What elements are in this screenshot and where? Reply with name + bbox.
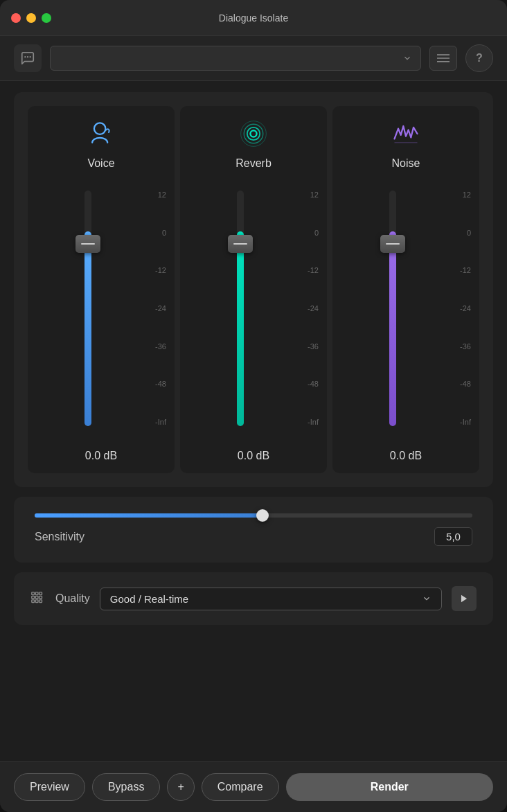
svg-rect-20: [39, 600, 42, 603]
noise-fader-handle-line: [386, 243, 400, 245]
toolbar: ?: [0, 36, 507, 81]
reverb-fader-track-area[interactable]: [188, 177, 292, 440]
bottom-bar: Preview Bypass + Compare Render: [0, 761, 507, 812]
voice-scale: 12 0 -12 -24 -36 -48 -Inf: [144, 177, 166, 440]
noise-value: 0.0 dB: [390, 450, 422, 462]
render-button[interactable]: Render: [286, 773, 493, 801]
quality-chevron-icon: [422, 594, 432, 603]
noise-fader-handle[interactable]: [380, 235, 405, 253]
sensitivity-slider-thumb[interactable]: [256, 509, 269, 522]
voice-label: Voice: [87, 157, 114, 170]
chat-icon-button[interactable]: [14, 44, 42, 72]
sensitivity-panel: Sensitivity 5,0: [14, 497, 493, 563]
bypass-button[interactable]: Bypass: [92, 773, 160, 801]
reverb-channel: Reverb 12 0 -12 -24 -36: [180, 106, 327, 473]
quality-selected-value: Good / Real-time: [110, 593, 416, 605]
main-window: Dialogue Isolate ?: [0, 0, 507, 812]
compare-button[interactable]: Compare: [202, 773, 279, 801]
sensitivity-slider-track[interactable]: [35, 513, 472, 518]
window-title: Dialogue Isolate: [219, 12, 288, 24]
svg-rect-18: [32, 600, 35, 603]
noise-label: Noise: [392, 157, 420, 170]
svg-rect-16: [35, 596, 38, 599]
quality-panel: Quality Good / Real-time: [14, 572, 493, 625]
title-bar: Dialogue Isolate: [0, 0, 507, 36]
svg-point-8: [247, 127, 260, 140]
reverb-value: 0.0 dB: [238, 450, 269, 462]
svg-rect-13: [35, 592, 38, 595]
menu-button[interactable]: [429, 46, 457, 71]
preset-dropdown[interactable]: [50, 46, 421, 71]
help-button[interactable]: ?: [465, 44, 493, 72]
sensitivity-label: Sensitivity: [35, 531, 84, 543]
sensitivity-value: 5,0: [446, 531, 461, 542]
play-icon: [459, 594, 469, 603]
voice-fader-track-area[interactable]: [36, 177, 140, 440]
voice-value: 0.0 dB: [85, 450, 117, 462]
quality-grid-icon: [30, 591, 46, 606]
plus-button[interactable]: +: [167, 773, 194, 801]
svg-point-6: [94, 123, 106, 134]
voice-fader-container: 12 0 -12 -24 -36 -48 -Inf: [36, 177, 166, 440]
svg-rect-19: [35, 600, 38, 603]
svg-point-10: [241, 121, 267, 147]
faders-panel: Voice 12 0 -12 -24 -36: [14, 92, 493, 487]
noise-fader-container: 12 0 -12 -24 -36 -48 -Inf: [341, 177, 471, 440]
quality-label: Quality: [55, 592, 90, 605]
voice-fader-handle-line: [81, 243, 95, 245]
quality-select[interactable]: Good / Real-time: [100, 588, 442, 610]
traffic-lights: [11, 13, 51, 23]
voice-fader-handle[interactable]: [75, 235, 100, 253]
close-button[interactable]: [11, 13, 21, 23]
svg-marker-21: [461, 595, 467, 603]
svg-rect-14: [39, 592, 42, 595]
sensitivity-row: Sensitivity 5,0: [35, 527, 472, 546]
help-label: ?: [476, 52, 483, 64]
reverb-label: Reverb: [235, 157, 272, 170]
svg-rect-12: [32, 592, 35, 595]
minimize-button[interactable]: [26, 13, 36, 23]
main-content: Voice 12 0 -12 -24 -36: [0, 81, 507, 761]
sensitivity-slider-fill: [35, 513, 263, 518]
chevron-down-icon: [402, 53, 412, 63]
noise-fader-track-area[interactable]: [341, 177, 445, 440]
reverb-icon: [237, 117, 270, 150]
noise-channel: Noise 12 0 -12 -24 -36: [332, 106, 479, 473]
maximize-button[interactable]: [42, 13, 51, 23]
svg-rect-15: [32, 596, 35, 599]
reverb-fader-handle[interactable]: [228, 235, 253, 253]
quality-play-button[interactable]: [452, 586, 477, 611]
noise-icon: [389, 117, 423, 150]
reverb-scale: 12 0 -12 -24 -36 -48 -Inf: [296, 177, 319, 440]
voice-icon: [84, 117, 118, 150]
preview-button[interactable]: Preview: [14, 773, 85, 801]
reverb-fader-handle-line: [233, 243, 247, 245]
voice-channel: Voice 12 0 -12 -24 -36: [28, 106, 175, 473]
reverb-fader-container: 12 0 -12 -24 -36 -48 -Inf: [188, 177, 319, 440]
noise-scale: 12 0 -12 -24 -36 -48 -Inf: [449, 177, 471, 440]
sensitivity-slider-wrap: [35, 513, 472, 518]
sensitivity-value-box[interactable]: 5,0: [434, 527, 472, 546]
hamburger-icon: [437, 53, 450, 63]
svg-point-7: [250, 130, 256, 136]
svg-rect-17: [39, 596, 42, 599]
